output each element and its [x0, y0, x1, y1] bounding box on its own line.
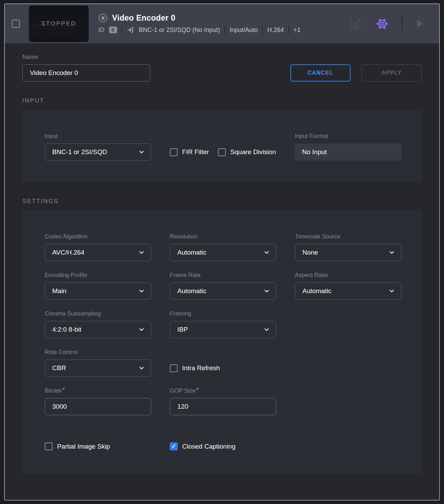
- settings-row-4: Rate Control CBR Intra Refresh: [45, 348, 399, 377]
- timecode-source-field: Timecode Source None: [295, 233, 401, 261]
- encoder-title: Video Encoder 0: [112, 13, 175, 23]
- timecode-source-label: Timecode Source: [295, 233, 401, 240]
- metrics-chart-icon: [349, 17, 363, 31]
- frame-rate-field: Frame Rate Automatic: [170, 271, 276, 300]
- name-label: Name: [22, 53, 150, 61]
- name-row: Name CANCEL APPLY: [22, 53, 422, 82]
- fir-filter-label: FIR Filter: [182, 148, 209, 156]
- framing-label: Framing: [170, 310, 276, 318]
- partial-image-skip-checkbox[interactable]: Partial Image Skip: [45, 442, 110, 450]
- input-section-title: INPUT: [22, 97, 422, 104]
- checkbox-icon[interactable]: [170, 148, 178, 156]
- id-badge: 0: [109, 26, 117, 33]
- input-filter-cell: FIR Filter Square Division: [170, 132, 276, 161]
- chevron-down-icon: [264, 326, 270, 333]
- framing-field: Framing IBP: [170, 310, 276, 338]
- form-actions: CANCEL APPLY: [290, 64, 422, 82]
- aspect-ratio-select[interactable]: Automatic: [295, 282, 401, 300]
- name-field: Name: [22, 53, 150, 82]
- settings-row-3: Chroma Subsampling 4:2:0 8-bit Framing: [45, 310, 399, 338]
- settings-row-5: Bitrate GOP Size: [45, 387, 399, 415]
- separator: [224, 26, 225, 34]
- chroma-subsampling-select[interactable]: 4:2:0 8-bit: [45, 321, 151, 338]
- resolution-label: Resolution: [170, 233, 276, 240]
- play-icon: [415, 19, 425, 29]
- select-value: 4:2:0 8-bit: [52, 326, 81, 333]
- gop-size-field: GOP Size: [170, 387, 276, 415]
- id-label: ID: [98, 26, 104, 34]
- chevron-down-icon: [138, 288, 145, 294]
- rate-control-label: Rate Control: [45, 348, 151, 356]
- input-field: Input BNC-1 or 2SI/SQD: [45, 132, 151, 161]
- status-label: STOPPED: [41, 20, 76, 27]
- encoder-settings-card: STOPPED Video Encoder 0 ID 0 BNC-1 o: [4, 3, 440, 501]
- chevron-down-icon: [138, 365, 145, 371]
- codec-algorithm-label: Codec Algorithm: [45, 233, 151, 240]
- select-value: IBP: [177, 326, 188, 333]
- resolution-select[interactable]: Automatic: [170, 244, 276, 261]
- title-block: Video Encoder 0 ID 0 BNC-1 or 2SI/SQD (N…: [98, 13, 301, 34]
- intra-refresh-label: Intra Refresh: [182, 364, 220, 372]
- input-source-icon: [127, 26, 134, 34]
- encoder-settings-body: Name CANCEL APPLY INPUT Input BNC-1 or 2…: [5, 43, 439, 500]
- select-value: Automatic: [177, 249, 206, 256]
- gop-size-input[interactable]: [170, 398, 276, 415]
- gop-size-label: GOP Size: [170, 387, 276, 395]
- select-value: Automatic: [302, 287, 331, 295]
- settings-button[interactable]: [376, 18, 388, 30]
- apply-button[interactable]: APPLY: [362, 64, 422, 82]
- header-actions: [349, 16, 425, 32]
- bitrate-input[interactable]: [45, 398, 151, 415]
- meta-extra-count: +1: [293, 26, 301, 34]
- select-value: CBR: [52, 364, 66, 372]
- checkbox-icon[interactable]: [170, 442, 178, 450]
- input-select-value: BNC-1 or 2SI/SQD: [52, 148, 107, 156]
- checkbox-icon[interactable]: [218, 148, 226, 156]
- frame-rate-select[interactable]: Automatic: [170, 282, 276, 300]
- input-select[interactable]: BNC-1 or 2SI/SQD: [45, 143, 151, 161]
- checkbox-icon[interactable]: [45, 442, 53, 450]
- name-input[interactable]: [22, 64, 150, 82]
- input-format-field: Input Format No Input: [295, 132, 401, 161]
- framing-select[interactable]: IBP: [170, 321, 276, 338]
- separator: [262, 26, 263, 34]
- select-value: None: [302, 249, 318, 256]
- settings-gear-icon: [376, 18, 388, 30]
- chevron-down-icon: [264, 249, 270, 256]
- rate-control-select[interactable]: CBR: [45, 360, 151, 377]
- select-encoder-checkbox[interactable]: [12, 20, 20, 28]
- input-format-value: No Input: [295, 143, 401, 161]
- encoder-meta-row: ID 0 BNC-1 or 2SI/SQD (No Input) Input/A…: [98, 26, 301, 34]
- fir-filter-checkbox[interactable]: FIR Filter: [170, 148, 209, 156]
- metrics-button[interactable]: [349, 17, 363, 31]
- chevron-down-icon: [138, 249, 145, 256]
- settings-section-title: SETTINGS: [22, 198, 422, 205]
- square-division-label: Square Division: [230, 148, 276, 156]
- start-encoder-button[interactable]: [415, 19, 425, 29]
- codec-algorithm-select[interactable]: AVC/H.264: [45, 244, 151, 261]
- intra-refresh-cell: Intra Refresh: [170, 348, 276, 377]
- chevron-down-icon: [389, 249, 395, 256]
- stop-icon: [98, 13, 108, 23]
- closed-captioning-checkbox[interactable]: Closed Captioning: [170, 442, 235, 450]
- codec-algorithm-field: Codec Algorithm AVC/H.264: [45, 233, 151, 261]
- separator: [288, 26, 289, 34]
- cancel-button[interactable]: CANCEL: [290, 64, 351, 82]
- partial-image-skip-label: Partial Image Skip: [57, 443, 110, 450]
- required-dot-icon: [63, 388, 65, 390]
- rate-control-field: Rate Control CBR: [45, 348, 151, 377]
- intra-refresh-checkbox[interactable]: Intra Refresh: [170, 364, 220, 372]
- encoding-profile-label: Encoding Profile: [45, 271, 151, 279]
- checkbox-icon[interactable]: [170, 364, 178, 372]
- meta-mode: Input/Auto: [230, 26, 258, 34]
- chevron-down-icon: [138, 326, 145, 333]
- required-dot-icon: [197, 388, 199, 390]
- encoding-profile-field: Encoding Profile Main: [45, 271, 151, 300]
- encoding-profile-select[interactable]: Main: [45, 282, 151, 300]
- preview-thumbnail: STOPPED: [29, 6, 89, 42]
- frame-rate-label: Frame Rate: [170, 271, 276, 279]
- square-division-checkbox[interactable]: Square Division: [218, 148, 276, 156]
- timecode-source-select[interactable]: None: [295, 244, 401, 261]
- chevron-down-icon: [264, 288, 270, 294]
- settings-row-checkboxes: Partial Image Skip Closed Captioning: [45, 442, 399, 450]
